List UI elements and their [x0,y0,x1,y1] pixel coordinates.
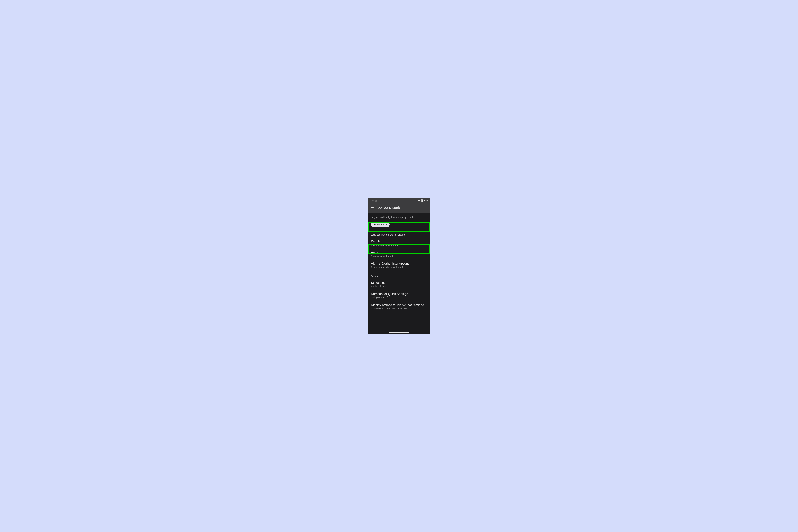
row-schedules[interactable]: Schedules 1 schedule set [368,279,430,290]
svg-rect-0 [376,201,376,201]
page-subtitle: Only get notified by important people an… [368,213,430,221]
row-people[interactable]: People Some people can interrupt [368,237,430,248]
page-title: Do Not Disturb [377,206,400,210]
row-duration[interactable]: Duration for Quick Settings Until you tu… [368,290,430,301]
wifi-icon [418,200,420,202]
row-display-options[interactable]: Display options for hidden notifications… [368,301,430,312]
row-display-options-title: Display options for hidden notifications [371,303,427,307]
row-alarms-title: Alarms & other interruptions [371,262,427,265]
app-bar: Do Not Disturb [368,203,430,213]
row-duration-title: Duration for Quick Settings [371,292,427,296]
phone-frame: 4:12 85% [368,198,430,334]
section-header-general: General [368,271,430,279]
row-display-options-sub: No visuals or sound from notifications [371,307,427,310]
turn-on-now-button[interactable]: Turn on now [371,222,390,227]
battery-icon [421,199,423,202]
triangle-alert-icon [375,199,377,202]
row-schedules-sub: 1 schedule set [371,285,427,288]
row-duration-sub: Until you turn off [371,296,427,299]
back-button[interactable] [370,205,375,210]
row-apps-sub: No apps can interrupt [371,255,427,257]
row-schedules-title: Schedules [371,281,427,285]
status-bar: 4:12 85% [368,198,430,203]
section-header-interrupt: What can interrupt Do Not Disturb [368,229,430,237]
row-apps-title: Apps [371,251,427,254]
row-people-title: People [371,240,427,243]
status-battery-text: 85% [424,199,428,202]
status-right: 85% [418,199,428,202]
svg-rect-3 [421,200,423,202]
svg-rect-2 [422,199,422,200]
content-area: Only get notified by important people an… [368,213,430,334]
row-apps[interactable]: Apps No apps can interrupt [368,248,430,260]
status-left: 4:12 [370,199,377,202]
status-time: 4:12 [370,199,374,202]
gesture-nav-bar[interactable] [389,332,409,333]
row-alarms[interactable]: Alarms & other interruptions Alarms and … [368,260,430,271]
row-people-sub: Some people can interrupt [371,244,427,246]
row-alarms-sub: Alarms and media can interrupt [371,266,427,268]
